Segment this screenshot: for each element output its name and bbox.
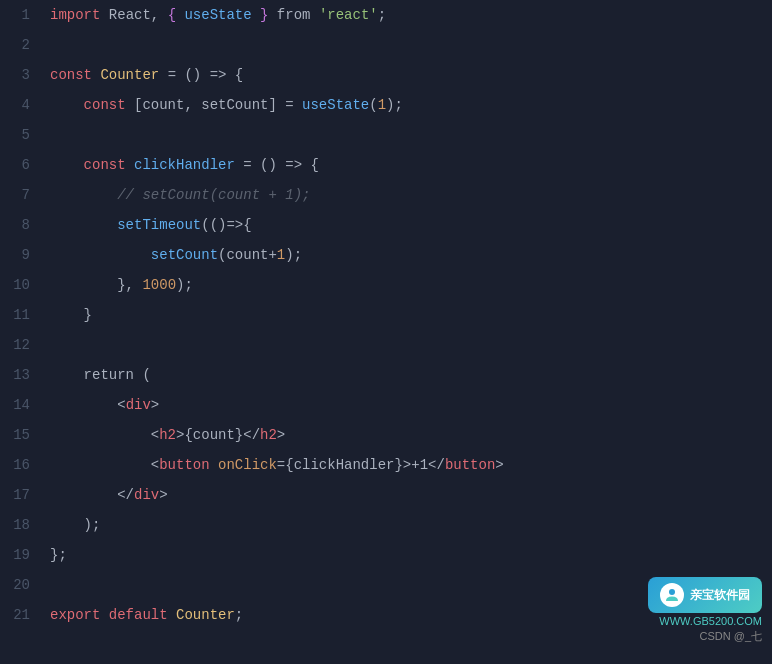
- line-content: <h2>{count}</h2>: [50, 422, 772, 448]
- line-number: 17: [0, 482, 50, 508]
- line-number: 21: [0, 602, 50, 628]
- token: Counter: [176, 607, 235, 623]
- token: },: [50, 277, 142, 293]
- token: <: [50, 397, 126, 413]
- code-line: 16 <button onClick={clickHandler}>+1</bu…: [0, 450, 772, 480]
- token: );: [386, 97, 403, 113]
- token: import: [50, 7, 100, 23]
- token: const: [50, 157, 134, 173]
- token: onClick: [218, 457, 277, 473]
- token: setCount: [151, 247, 218, 263]
- token: >: [159, 487, 167, 503]
- line-number: 11: [0, 302, 50, 328]
- watermark-text: 亲宝软件园: [690, 587, 750, 604]
- line-number: 10: [0, 272, 50, 298]
- line-content: };: [50, 542, 772, 568]
- line-number: 20: [0, 572, 50, 598]
- token: button: [159, 457, 218, 473]
- line-number: 4: [0, 92, 50, 118]
- token: >{count}</: [176, 427, 260, 443]
- code-line: 6 const clickHandler = () => {: [0, 150, 772, 180]
- line-number: 19: [0, 542, 50, 568]
- line-content: const [count, setCount] = useState(1);: [50, 92, 772, 118]
- token: <: [50, 427, 159, 443]
- line-number: 3: [0, 62, 50, 88]
- line-content: [50, 32, 772, 58]
- code-line: 15 <h2>{count}</h2>: [0, 420, 772, 450]
- token: button: [445, 457, 495, 473]
- token: setTimeout: [117, 217, 201, 233]
- token: 'react': [319, 7, 378, 23]
- token: (: [369, 97, 377, 113]
- code-line: 11 }: [0, 300, 772, 330]
- watermark-url: WWW.GB5200.COM: [659, 615, 762, 627]
- token: clickHandler: [134, 157, 235, 173]
- line-number: 16: [0, 452, 50, 478]
- line-content: return (: [50, 362, 772, 388]
- line-content: import React, { useState } from 'react';: [50, 2, 772, 28]
- token: };: [50, 547, 67, 563]
- line-content: setTimeout(()=>{: [50, 212, 772, 238]
- code-line: 17 </div>: [0, 480, 772, 510]
- token: );: [176, 277, 193, 293]
- token: );: [285, 247, 302, 263]
- token: h2: [260, 427, 277, 443]
- line-number: 5: [0, 122, 50, 148]
- token: [50, 217, 117, 233]
- watermark-icon: [660, 583, 684, 607]
- code-line: 5: [0, 120, 772, 150]
- code-line: 8 setTimeout(()=>{: [0, 210, 772, 240]
- code-line: 13 return (: [0, 360, 772, 390]
- watermark: 亲宝软件园 WWW.GB5200.COM CSDN @_七: [648, 577, 762, 644]
- token: >: [151, 397, 159, 413]
- token: // setCount(count + 1);: [50, 187, 310, 203]
- token: {: [168, 7, 176, 23]
- line-content: }: [50, 302, 772, 328]
- line-content: [50, 122, 772, 148]
- token: div: [126, 397, 151, 413]
- token: <: [50, 457, 159, 473]
- code-line: 19};: [0, 540, 772, 570]
- token: Counter: [92, 67, 168, 83]
- line-content: );: [50, 512, 772, 538]
- line-number: 7: [0, 182, 50, 208]
- token: [count, setCount]: [134, 97, 277, 113]
- code-line: 7 // setCount(count + 1);: [0, 180, 772, 210]
- token: =: [277, 97, 302, 113]
- line-content: <div>: [50, 392, 772, 418]
- token: 1: [277, 247, 285, 263]
- code-line: 3const Counter = () => {: [0, 60, 772, 90]
- watermark-user: CSDN @_七: [699, 629, 762, 644]
- line-number: 12: [0, 332, 50, 358]
- line-content: // setCount(count + 1);: [50, 182, 772, 208]
- token: }: [50, 307, 92, 323]
- token: h2: [159, 427, 176, 443]
- token: ={clickHandler}>+1</: [277, 457, 445, 473]
- token: return (: [50, 367, 151, 383]
- line-number: 8: [0, 212, 50, 238]
- code-line: 18 );: [0, 510, 772, 540]
- svg-point-0: [669, 589, 675, 595]
- token: export default: [50, 607, 176, 623]
- token: );: [50, 517, 100, 533]
- line-number: 13: [0, 362, 50, 388]
- line-number: 9: [0, 242, 50, 268]
- line-number: 15: [0, 422, 50, 448]
- watermark-badge: 亲宝软件园: [648, 577, 762, 613]
- token: from: [268, 7, 318, 23]
- code-line: 12: [0, 330, 772, 360]
- token: 1000: [142, 277, 176, 293]
- token: useState: [176, 7, 260, 23]
- token: const: [50, 97, 134, 113]
- token: 1: [378, 97, 386, 113]
- token: = () => {: [235, 157, 319, 173]
- token: = () => {: [168, 67, 244, 83]
- line-content: setCount(count+1);: [50, 242, 772, 268]
- token: (()=>{: [201, 217, 251, 233]
- line-content: <button onClick={clickHandler}>+1</butto…: [50, 452, 772, 478]
- line-content: const clickHandler = () => {: [50, 152, 772, 178]
- token: useState: [302, 97, 369, 113]
- code-line: 9 setCount(count+1);: [0, 240, 772, 270]
- code-editor: 1import React, { useState } from 'react'…: [0, 0, 772, 664]
- line-number: 6: [0, 152, 50, 178]
